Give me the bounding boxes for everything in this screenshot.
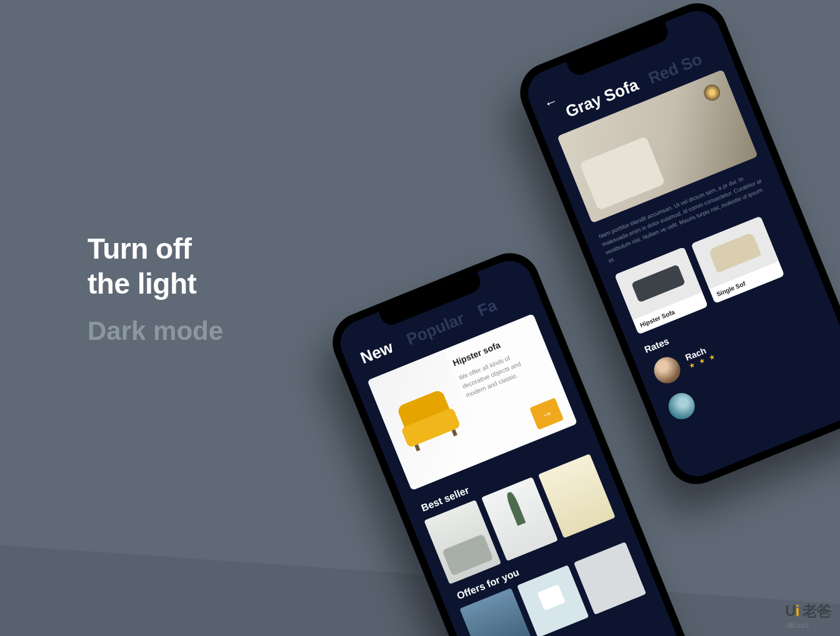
- watermark: Ui 老爸 uil8.com: [785, 601, 831, 630]
- headline-block: Turn off the light Dark mode: [88, 231, 223, 346]
- watermark-site: uil8.com: [785, 621, 831, 630]
- headline-line1: Turn off: [88, 232, 191, 265]
- tab-new[interactable]: New: [358, 337, 396, 368]
- headline-subtitle: Dark mode: [88, 316, 223, 346]
- headline-line2: the light: [88, 267, 196, 300]
- sofa-illustration: [392, 386, 462, 454]
- arrow-right-icon[interactable]: →: [529, 398, 564, 430]
- avatar: [650, 353, 684, 387]
- watermark-logo: Ui 老爸 uil8.com: [785, 601, 831, 630]
- tab-favorites[interactable]: Fa: [475, 296, 500, 320]
- avatar: [664, 389, 699, 423]
